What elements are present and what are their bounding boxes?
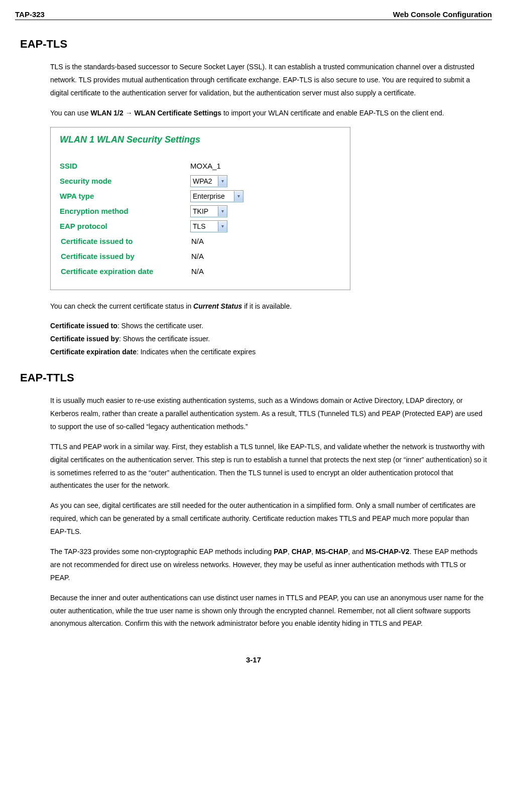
para: The TAP-323 provides some non-cryptograp…	[50, 546, 487, 585]
field-wpa-type: WPA type Enterprise ▾	[60, 189, 341, 203]
value: MOXA_1	[190, 162, 221, 170]
chevron-down-icon: ▾	[218, 206, 227, 216]
label: Encryption method	[60, 207, 190, 215]
page-header: TAP-323 Web Console Configuration	[15, 10, 492, 20]
label: WPA type	[60, 192, 190, 200]
header-right: Web Console Configuration	[393, 10, 492, 19]
definition: : Shows the certificate user.	[117, 322, 203, 330]
label: EAP protocol	[60, 222, 190, 230]
bold-text: WLAN 1/2 → WLAN Certificate Settings	[90, 109, 221, 117]
field-eap-protocol: EAP protocol TLS ▾	[60, 219, 341, 233]
bold-text: PAP	[274, 548, 288, 556]
label: Certificate expiration date	[61, 267, 191, 276]
value: N/A	[191, 237, 204, 245]
field-security-mode: Security mode WPA2 ▾	[60, 174, 341, 188]
wpa-type-select[interactable]: Enterprise ▾	[190, 190, 243, 202]
label: SSID	[60, 162, 190, 170]
encryption-select[interactable]: TKIP ▾	[190, 205, 227, 217]
bold-text: MS-CHAP-V2	[366, 548, 410, 556]
field-cert-issued-to: Certificate issued to N/A	[60, 234, 341, 248]
select-text: Enterprise	[193, 192, 234, 200]
bold-text: MS-CHAP	[315, 548, 348, 556]
chevron-down-icon: ▾	[218, 176, 227, 186]
bold-text: CHAP	[292, 548, 312, 556]
text: ,	[311, 548, 315, 556]
text: , and	[348, 548, 365, 556]
heading-eap-ttls: EAP-TTLS	[20, 371, 492, 384]
term: Certificate issued to	[50, 322, 117, 330]
chevron-down-icon: ▾	[234, 191, 243, 201]
definition: : Indicates when the certificate expires	[137, 348, 256, 356]
eap-protocol-select[interactable]: TLS ▾	[190, 220, 227, 232]
header-left: TAP-323	[15, 10, 45, 19]
para: You can check the current certificate st…	[50, 300, 487, 313]
text: ,	[288, 548, 292, 556]
label: Security mode	[60, 177, 190, 185]
para: Because the inner and outer authenticati…	[50, 592, 487, 631]
heading-eap-tls: EAP-TLS	[20, 38, 492, 51]
select-text: WPA2	[193, 177, 218, 185]
value: N/A	[191, 252, 204, 260]
page-number: 3-17	[15, 655, 492, 664]
field-cert-expiration: Certificate expiration date N/A	[60, 264, 341, 279]
para: TLS is the standards-based successor to …	[50, 61, 487, 100]
para: As you can see, digital certificates are…	[50, 499, 487, 538]
definition: : Shows the certificate issuer.	[119, 335, 210, 343]
label: Certificate issued by	[61, 252, 191, 260]
bold-italic-text: Current Status	[193, 302, 242, 310]
field-encryption: Encryption method TKIP ▾	[60, 204, 341, 218]
value: N/A	[191, 267, 204, 276]
label: Certificate issued to	[61, 237, 191, 245]
panel-title: WLAN 1 WLAN Security Settings	[60, 134, 341, 145]
text: to import your WLAN certificate and enab…	[221, 109, 444, 117]
para: TTLS and PEAP work in a similar way. Fir…	[50, 441, 487, 493]
text: You can use	[50, 109, 90, 117]
select-text: TLS	[193, 222, 218, 230]
chevron-down-icon: ▾	[218, 221, 227, 231]
text: if it is available.	[242, 302, 292, 310]
field-ssid: SSID MOXA_1	[60, 159, 341, 173]
field-cert-issued-by: Certificate issued by N/A	[60, 249, 341, 263]
para: It is usually much easier to re-use exis…	[50, 394, 487, 434]
para: You can use WLAN 1/2 → WLAN Certificate …	[50, 107, 487, 120]
select-text: TKIP	[193, 207, 218, 215]
text: You can check the current certificate st…	[50, 302, 193, 310]
security-mode-select[interactable]: WPA2 ▾	[190, 175, 227, 187]
cert-definitions: Certificate issued to: Shows the certifi…	[50, 320, 487, 359]
term: Certificate expiration date	[50, 348, 137, 356]
settings-panel: WLAN 1 WLAN Security Settings SSID MOXA_…	[50, 127, 350, 290]
text: The TAP-323 provides some non-cryptograp…	[50, 548, 274, 556]
term: Certificate issued by	[50, 335, 119, 343]
